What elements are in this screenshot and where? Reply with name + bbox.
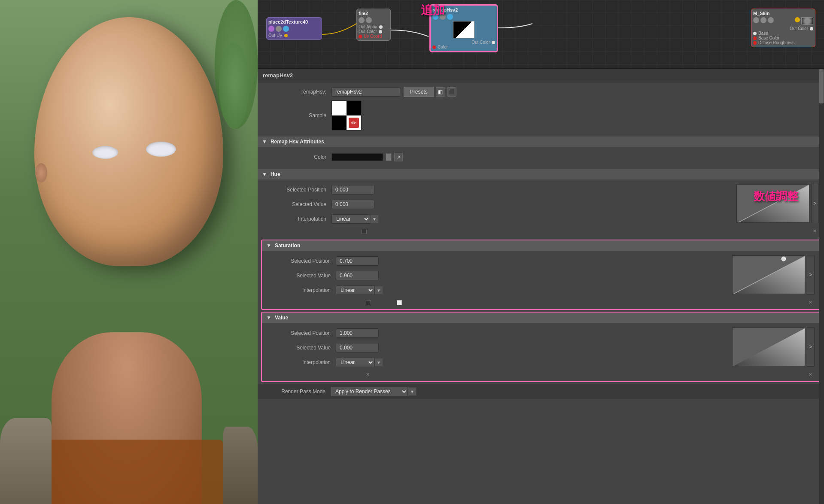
tsuika-annotation: 追加 bbox=[421, 2, 445, 18]
section-hue-header[interactable]: ▼ Hue bbox=[258, 169, 824, 179]
val-curve[interactable] bbox=[732, 328, 805, 366]
hue-value-label: Selected Value bbox=[263, 201, 331, 207]
render-pass-select[interactable]: Apply to Render Passes bbox=[331, 387, 408, 396]
val-interp-select[interactable]: Linear bbox=[336, 358, 374, 367]
val-curve-expand[interactable]: > bbox=[807, 327, 815, 367]
val-position-label: Selected Position bbox=[267, 330, 336, 336]
suchi-annotation: 数値調整 bbox=[754, 189, 798, 204]
value-fields: Selected Position Selected Value Interpo… bbox=[267, 327, 729, 371]
node-place2dtexture40[interactable]: place2dTexture40 Out UV bbox=[266, 17, 322, 40]
presets-button[interactable]: Presets bbox=[404, 87, 434, 97]
node-icon-purple bbox=[268, 26, 274, 32]
node-icon-gray bbox=[276, 26, 282, 32]
color-bar[interactable] bbox=[331, 153, 383, 161]
section-value-header[interactable]: ▼ Value bbox=[262, 313, 820, 323]
node-icon-blue bbox=[283, 26, 289, 32]
sat-interp-dropdown-arrow[interactable]: ▼ bbox=[374, 286, 383, 295]
port-mskin-base: Base bbox=[753, 31, 813, 36]
port-uvcoord: Uv Coord bbox=[359, 34, 389, 39]
right-panel: 追加 place2dTexture40 Out UV file2 Out Alp… bbox=[258, 0, 824, 504]
section-remap-hsv-header[interactable]: ▼ Remap Hsv Attributes bbox=[258, 137, 824, 147]
file2-icon1 bbox=[359, 17, 365, 23]
sat-handle-white[interactable] bbox=[397, 300, 402, 305]
val-interp-row: Interpolation Linear ▼ bbox=[267, 356, 729, 368]
port-outuv: Out UV bbox=[268, 33, 320, 38]
val-position-input[interactable] bbox=[336, 328, 379, 338]
properties-panel: remapHsv2 remapHsv: Presets ◧ ⬛ Sample bbox=[258, 69, 824, 504]
sat-value-input[interactable] bbox=[336, 271, 379, 280]
sat-x-btn[interactable]: ✕ bbox=[809, 300, 815, 306]
sat-position-label: Selected Position bbox=[267, 258, 336, 264]
hue-x-btn[interactable]: ✕ bbox=[813, 228, 819, 234]
hue-curve-expand[interactable]: > bbox=[811, 184, 819, 223]
mskin-icon1 bbox=[753, 17, 759, 23]
hue-content: Selected Position Selected Value Interpo… bbox=[263, 184, 819, 228]
port-dot-remaphsv-color bbox=[432, 46, 436, 49]
value-content: Selected Position Selected Value Interpo… bbox=[267, 327, 815, 371]
sample-thumbnail[interactable]: ✏ bbox=[331, 100, 362, 131]
color-expand-btn[interactable]: ↗ bbox=[394, 153, 403, 161]
sat-value-label: Selected Value bbox=[267, 273, 336, 279]
sat-curve[interactable] bbox=[732, 255, 805, 294]
port-dot-outalpha bbox=[379, 25, 383, 29]
sat-interp-select[interactable]: Linear bbox=[336, 285, 374, 295]
mskin-icon2 bbox=[760, 17, 766, 23]
sat-handle-black[interactable] bbox=[366, 300, 371, 305]
node-graph[interactable]: 追加 place2dTexture40 Out UV file2 Out Alp… bbox=[258, 0, 824, 69]
hue-fields: Selected Position Selected Value Interpo… bbox=[263, 184, 733, 228]
remaphsv-thumbnail bbox=[453, 21, 474, 38]
eye-right bbox=[146, 142, 176, 157]
sat-interp-row: Interpolation Linear ▼ bbox=[267, 284, 729, 296]
sat-interp-label: Interpolation bbox=[267, 287, 336, 293]
node-name-row: remapHsv: Presets ◧ ⬛ bbox=[263, 86, 819, 98]
node-name-input[interactable] bbox=[331, 87, 400, 97]
color-drag-handle[interactable] bbox=[386, 153, 392, 161]
mskin-dot-yellow bbox=[795, 17, 800, 22]
val-curve-handles: ✕ ✕ bbox=[366, 372, 815, 378]
sat-position-row: Selected Position bbox=[267, 255, 729, 267]
node-file2[interactable]: file2 Out Alpha Out Color Uv Coord bbox=[356, 9, 391, 41]
hue-handle-left[interactable] bbox=[362, 229, 367, 234]
sample-row: Sample ✏ bbox=[263, 100, 819, 131]
mskin-preview bbox=[801, 17, 813, 25]
sat-position-input[interactable] bbox=[336, 256, 379, 266]
port-mskin-diffuse: Diffuse Roughness bbox=[753, 40, 813, 45]
val-interp-dropdown-arrow[interactable]: ▼ bbox=[374, 358, 383, 367]
sat-curve-container: > bbox=[729, 255, 815, 295]
scrollbar-track[interactable] bbox=[819, 69, 824, 504]
pencil-icon: ✏ bbox=[349, 118, 359, 128]
val-value-input[interactable] bbox=[336, 343, 379, 352]
hue-position-label: Selected Position bbox=[263, 187, 331, 193]
hue-interp-select[interactable]: Linear bbox=[331, 214, 370, 224]
sat-fields: Selected Position Selected Value Interpo… bbox=[267, 255, 729, 299]
value-section: Selected Position Selected Value Interpo… bbox=[262, 324, 820, 381]
graph-grid bbox=[258, 0, 824, 68]
section-saturation-header[interactable]: ▼ Saturation bbox=[262, 240, 820, 251]
val-x-btn-left[interactable]: ✕ bbox=[366, 372, 372, 378]
sat-curve-handles: ✕ bbox=[366, 300, 815, 306]
3d-render bbox=[0, 0, 258, 504]
name-section: remapHsv: Presets ◧ ⬛ Sample bbox=[258, 82, 824, 137]
node-place2d-title: place2dTexture40 bbox=[268, 19, 320, 24]
hue-position-input[interactable] bbox=[331, 185, 374, 194]
node-mskin[interactable]: M_Skin Out Color Base Base Color bbox=[751, 9, 815, 47]
sample-label: Sample bbox=[263, 112, 331, 118]
val-x-btn-right[interactable]: ✕ bbox=[809, 372, 815, 378]
val-value-row: Selected Value bbox=[267, 342, 729, 354]
hue-value-input[interactable] bbox=[331, 200, 374, 209]
color-row: Color ↗ bbox=[263, 151, 819, 163]
port-remaphsv-color: Color bbox=[432, 45, 495, 49]
hue-curve-handles: ✕ bbox=[362, 228, 819, 234]
hue-value-row: Selected Value bbox=[263, 198, 733, 210]
sat-curve-expand[interactable]: > bbox=[807, 255, 815, 295]
render-pass-dropdown-arrow[interactable]: ▼ bbox=[408, 387, 417, 396]
scrollbar-thumb[interactable] bbox=[819, 69, 824, 103]
icon-btn-1[interactable]: ◧ bbox=[436, 87, 445, 97]
hue-interp-dropdown-arrow[interactable]: ▼ bbox=[370, 215, 379, 223]
icon-btn-2[interactable]: ⬛ bbox=[447, 87, 456, 97]
hue-title: Hue bbox=[271, 171, 280, 177]
sat-value-row: Selected Value bbox=[267, 270, 729, 282]
port-outalpha: Out Alpha bbox=[359, 24, 389, 29]
hue-section: Selected Position Selected Value Interpo… bbox=[258, 180, 824, 238]
port-dot-mskin-diffuse bbox=[753, 41, 757, 45]
